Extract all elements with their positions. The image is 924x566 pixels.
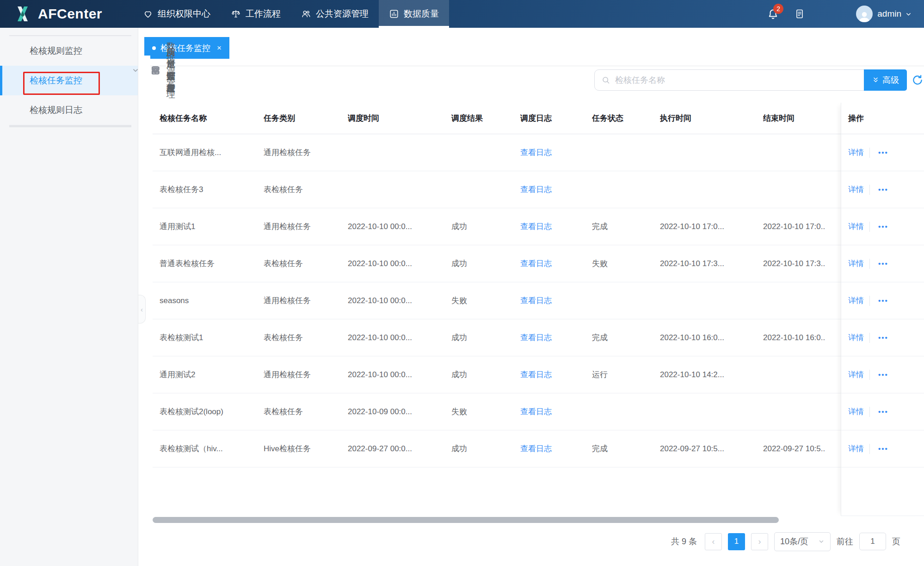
- table-row: 通用测试1通用检核任务2022-10-10 00:0...成功查看日志完成202…: [153, 208, 841, 245]
- detail-link[interactable]: 详情: [848, 184, 864, 195]
- detail-link[interactable]: 详情: [848, 258, 864, 269]
- table-body: 互联网通用检核...通用检核任务查看日志表检核任务3表检核任务查看日志通用测试1…: [153, 134, 841, 467]
- search-box: [594, 69, 864, 91]
- detail-link[interactable]: 详情: [848, 332, 864, 343]
- current-page-button[interactable]: 1: [728, 533, 745, 550]
- cell-type: Hive检核任务: [264, 443, 348, 454]
- detail-link[interactable]: 详情: [848, 295, 864, 306]
- tab-check-task-monitor[interactable]: 检核任务监控 ×: [144, 37, 229, 59]
- notification-badge: 2: [773, 4, 783, 14]
- table-header-cell: 检核任务名称: [160, 113, 264, 124]
- scales-icon: [231, 9, 241, 19]
- heart-icon: [143, 9, 153, 19]
- more-actions-icon[interactable]: •••: [878, 408, 888, 416]
- sidebar: 质量定义质量调度质量监控检核规则监控检核任务监控检核规则日志质量结果质量告警问题…: [0, 28, 138, 566]
- tab-close-icon[interactable]: ×: [217, 44, 222, 53]
- sidebar-item-label: 数据源管理: [166, 40, 175, 100]
- view-log-link[interactable]: 查看日志: [520, 333, 552, 342]
- cell-type: 通用检核任务: [264, 369, 348, 380]
- more-actions-icon[interactable]: •••: [878, 223, 888, 230]
- table-header-cell: 任务类别: [264, 113, 348, 124]
- detail-link[interactable]: 详情: [848, 443, 864, 454]
- goto-label: 前往: [837, 536, 853, 547]
- operation-row: 详情•••: [841, 171, 924, 208]
- prev-page-button[interactable]: ‹: [705, 533, 722, 550]
- view-log-link[interactable]: 查看日志: [520, 222, 552, 231]
- table-header-cell: 调度时间: [348, 113, 451, 124]
- detail-link[interactable]: 详情: [848, 369, 864, 380]
- user-menu[interactable]: admin: [856, 6, 912, 22]
- cell-name: 表检核任务3: [160, 184, 264, 195]
- table-row: 表检核测试2(loop)表检核任务2022-10-09 00:0...失败查看日…: [153, 393, 841, 430]
- more-actions-icon[interactable]: •••: [878, 445, 888, 453]
- cell-exec-time: 2022-10-10 14:2...: [660, 370, 763, 379]
- horizontal-scrollbar-thumb[interactable]: [153, 517, 779, 523]
- pagination: 共 9 条 ‹ 1 › 10条/页 前往 页: [671, 532, 900, 551]
- top-nav-item[interactable]: 工作流程: [221, 0, 291, 28]
- cell-type: 表检核任务: [264, 406, 348, 417]
- top-nav-item[interactable]: 组织权限中心: [133, 0, 221, 28]
- advanced-search-button[interactable]: 高级: [864, 69, 907, 91]
- cell-end-time: 2022-10-10 17:0..: [763, 222, 841, 231]
- top-nav-item[interactable]: 数据质量: [379, 0, 449, 28]
- chevron-down-icon: [905, 11, 912, 18]
- operation-divider: [869, 333, 870, 343]
- cell-name: seasons: [160, 296, 264, 305]
- sidebar-item[interactable]: 数据源管理: [138, 56, 150, 85]
- view-log-link[interactable]: 查看日志: [520, 407, 552, 416]
- cell-exec-time: 2022-09-27 10:5...: [660, 444, 763, 454]
- brand[interactable]: AFCenter: [13, 4, 102, 24]
- operation-divider: [869, 407, 870, 417]
- cell-sched-result: 失败: [451, 406, 520, 417]
- top-nav-item[interactable]: 公共资源管理: [291, 0, 379, 28]
- sidebar-item[interactable]: 检核规则监控: [0, 36, 138, 66]
- cell-sched-result: 成功: [451, 258, 520, 269]
- cell-exec-time: 2022-10-10 17:3...: [660, 259, 763, 268]
- detail-link[interactable]: 详情: [848, 406, 864, 417]
- cell-sched-log: 查看日志: [520, 369, 592, 380]
- table-header-cell: 任务状态: [592, 113, 660, 124]
- cell-name: 表检核测试2(loop): [160, 406, 264, 417]
- view-log-link[interactable]: 查看日志: [520, 444, 552, 453]
- table-header-cell: 调度日志: [520, 113, 592, 124]
- refresh-icon[interactable]: [912, 74, 924, 86]
- detail-link[interactable]: 详情: [848, 221, 864, 232]
- table-header-row: 检核任务名称任务类别调度时间调度结果调度日志任务状态执行时间结束时间: [153, 103, 841, 134]
- cell-status: 失败: [592, 258, 660, 269]
- view-log-link[interactable]: 查看日志: [520, 148, 552, 157]
- detail-link[interactable]: 详情: [848, 147, 864, 158]
- sidebar-collapse-handle[interactable]: ‹: [138, 295, 146, 323]
- more-actions-icon[interactable]: •••: [878, 260, 888, 267]
- view-log-link[interactable]: 查看日志: [520, 259, 552, 268]
- table-row: 表检核任务3表检核任务查看日志: [153, 171, 841, 208]
- view-log-link[interactable]: 查看日志: [520, 185, 552, 194]
- cell-name: 表检核测试（hiv...: [160, 443, 264, 454]
- document-log-button[interactable]: [794, 8, 805, 19]
- search-input[interactable]: [614, 75, 857, 86]
- more-actions-icon[interactable]: •••: [878, 149, 888, 156]
- more-actions-icon[interactable]: •••: [878, 186, 888, 193]
- operation-row: 详情•••: [841, 430, 924, 467]
- sidebar-divider: [9, 127, 131, 127]
- sidebar-item[interactable]: 检核规则日志: [0, 95, 138, 125]
- view-log-link[interactable]: 查看日志: [520, 296, 552, 305]
- more-actions-icon[interactable]: •••: [878, 371, 888, 379]
- top-nav-item-label: 数据质量: [404, 8, 439, 20]
- double-chevron-down-icon: [872, 76, 880, 84]
- notifications-button[interactable]: 2: [767, 8, 779, 20]
- cell-sched-log: 查看日志: [520, 147, 592, 158]
- next-page-button[interactable]: ›: [751, 533, 768, 550]
- sidebar-item-label: 检核规则监控: [30, 45, 82, 57]
- page-size-value: 10条/页: [780, 536, 808, 547]
- page-size-select[interactable]: 10条/页: [774, 532, 831, 551]
- cell-sched-result: 成功: [451, 443, 520, 454]
- bar-chart-icon: [389, 9, 399, 19]
- operation-divider: [869, 222, 870, 232]
- view-log-link[interactable]: 查看日志: [520, 370, 552, 379]
- more-actions-icon[interactable]: •••: [878, 334, 888, 342]
- cell-sched-result: 成功: [451, 221, 520, 232]
- more-actions-icon[interactable]: •••: [878, 297, 888, 305]
- avatar: [856, 6, 873, 22]
- goto-page-input[interactable]: [859, 533, 886, 550]
- sidebar-item[interactable]: 检核任务监控: [0, 66, 138, 95]
